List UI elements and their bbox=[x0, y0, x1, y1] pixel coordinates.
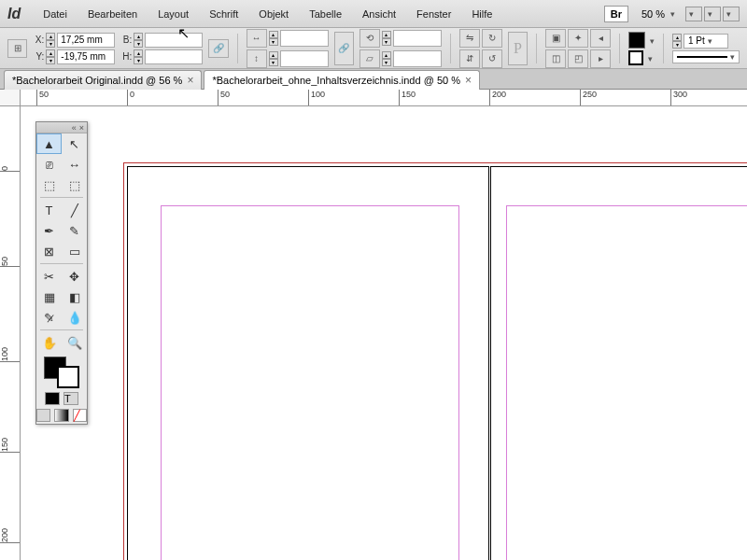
tool-content-placer[interactable]: ⬚ bbox=[62, 175, 87, 195]
tool-gap[interactable]: ↔ bbox=[62, 154, 87, 175]
tool-direct-selection[interactable]: ↖ bbox=[62, 133, 87, 154]
rotate-field[interactable] bbox=[393, 30, 442, 47]
arrange-documents-icon[interactable] bbox=[723, 7, 740, 21]
h-field[interactable] bbox=[145, 49, 203, 64]
bridge-button[interactable]: Br bbox=[604, 6, 628, 22]
apply-gradient-icon[interactable] bbox=[54, 409, 68, 422]
control-bar: ⊞ X: ▴▾ 17,25 mm Y: ▴▾ -19,75 mm B: ▴▾ H… bbox=[0, 28, 747, 69]
document-tab-2[interactable]: *Bachelorarbeit_ohne_Inhaltsverzeichnis.… bbox=[204, 70, 480, 90]
rotate-spinner[interactable]: ▴▾ bbox=[382, 31, 391, 46]
formatting-text-icon[interactable]: T bbox=[63, 392, 78, 405]
menu-tabelle[interactable]: Tabelle bbox=[300, 5, 351, 23]
stroke-swatch[interactable] bbox=[628, 50, 643, 65]
y-spinner[interactable]: ▴▾ bbox=[46, 49, 55, 64]
flip-h-icon[interactable]: ⇋ bbox=[459, 29, 480, 48]
fill-swatch[interactable] bbox=[628, 32, 645, 49]
shear-field[interactable] bbox=[393, 50, 442, 67]
b-field[interactable] bbox=[145, 33, 203, 48]
canvas-area[interactable] bbox=[21, 106, 747, 560]
fit-content-icon[interactable]: ◫ bbox=[545, 49, 566, 68]
tool-rectangle-frame[interactable]: ⊠ bbox=[36, 241, 62, 261]
stroke-dropdown-icon[interactable] bbox=[645, 52, 653, 63]
tool-gradient-feather[interactable]: ◧ bbox=[62, 287, 87, 307]
tools-panel-header[interactable]: «× bbox=[36, 122, 87, 133]
reference-point-icon[interactable]: ⊞ bbox=[7, 39, 27, 58]
ruler-origin[interactable] bbox=[0, 90, 21, 106]
collapse-icon[interactable]: « bbox=[72, 123, 77, 133]
tool-pen[interactable]: ✒ bbox=[36, 220, 62, 241]
scale-y-spinner[interactable]: ▴▾ bbox=[269, 51, 278, 66]
menu-ansicht[interactable]: Ansicht bbox=[353, 5, 405, 23]
tool-selection[interactable]: ▲ bbox=[36, 133, 62, 154]
close-icon[interactable]: × bbox=[79, 123, 84, 133]
scale-y-field[interactable] bbox=[280, 50, 329, 67]
app-logo: Id bbox=[7, 6, 21, 22]
menu-bearbeiten[interactable]: Bearbeiten bbox=[78, 5, 147, 23]
document-tab-1[interactable]: *Bachelorarbeit Original.indd @ 56 % × bbox=[4, 70, 202, 90]
ruler-tick: 200 bbox=[0, 528, 21, 543]
select-next-icon[interactable]: ▸ bbox=[590, 49, 611, 68]
tool-eyedropper[interactable]: 💧 bbox=[62, 307, 87, 328]
stroke-style-field[interactable] bbox=[672, 50, 740, 63]
menu-schrift[interactable]: Schrift bbox=[200, 5, 247, 23]
select-content-icon[interactable]: ✦ bbox=[568, 29, 588, 48]
normal-view-icon[interactable] bbox=[36, 409, 50, 422]
close-icon[interactable]: × bbox=[187, 74, 193, 87]
tool-rectangle[interactable]: ▭ bbox=[62, 241, 87, 261]
scale-y-icon[interactable]: ↕ bbox=[247, 49, 267, 68]
tools-panel[interactable]: «× ▲↖⎚↔⬚⬚T╱✒✎⊠▭✂✥▦◧✎̷💧✋🔍T╱ bbox=[35, 121, 88, 425]
x-field[interactable]: 17,25 mm bbox=[57, 33, 115, 48]
apply-none-icon[interactable]: ╱ bbox=[73, 409, 87, 422]
fit-frame-icon[interactable]: ◰ bbox=[568, 49, 588, 68]
tool-page[interactable]: ⎚ bbox=[36, 154, 62, 175]
rotate-cw-icon[interactable]: ↻ bbox=[482, 29, 502, 48]
flip-v-icon[interactable]: ⇵ bbox=[459, 49, 480, 68]
tool-free-transform[interactable]: ✥ bbox=[62, 266, 87, 287]
tool-pencil[interactable]: ✎ bbox=[62, 220, 87, 241]
tool-scissors[interactable]: ✂ bbox=[36, 266, 62, 287]
select-prev-icon[interactable]: ◂ bbox=[590, 29, 611, 48]
apply-color-icon[interactable] bbox=[45, 392, 60, 405]
b-spinner[interactable]: ▴▾ bbox=[134, 33, 143, 48]
y-field[interactable]: -19,75 mm bbox=[57, 49, 115, 64]
tool-note[interactable]: ✎̷ bbox=[36, 307, 62, 328]
x-label: X: bbox=[33, 35, 44, 45]
shear-icon[interactable]: ▱ bbox=[359, 49, 380, 68]
menu-datei[interactable]: Datei bbox=[34, 5, 77, 23]
view-options-icon[interactable] bbox=[685, 7, 702, 21]
constrain-proportions-icon[interactable]: 🔗 bbox=[208, 39, 228, 58]
scale-x-field[interactable] bbox=[280, 30, 329, 47]
tool-content-collector[interactable]: ⬚ bbox=[36, 175, 62, 195]
horizontal-ruler[interactable]: 50050100150200250300 bbox=[21, 90, 747, 106]
zoom-level[interactable]: 50 % bbox=[636, 7, 681, 21]
select-container-icon[interactable]: ▣ bbox=[545, 29, 566, 48]
constrain-proportions2-icon[interactable]: 🔗 bbox=[334, 32, 354, 65]
tool-hand[interactable]: ✋ bbox=[36, 332, 62, 353]
tool-gradient-swatch[interactable]: ▦ bbox=[36, 287, 62, 307]
h-spinner[interactable]: ▴▾ bbox=[134, 49, 143, 64]
ruler-tick: 200 bbox=[489, 90, 506, 106]
tool-line[interactable]: ╱ bbox=[62, 200, 87, 220]
fill-dropdown-icon[interactable] bbox=[647, 35, 655, 46]
tool-zoom[interactable]: 🔍 bbox=[62, 332, 87, 353]
vertical-ruler[interactable]: 050100150200 bbox=[0, 106, 21, 560]
menu-hilfe[interactable]: Hilfe bbox=[462, 5, 501, 23]
rotate-icon[interactable]: ⟲ bbox=[359, 29, 380, 48]
menu-layout[interactable]: Layout bbox=[148, 5, 198, 23]
scale-x-icon[interactable]: ↔ bbox=[247, 29, 267, 48]
p-icon[interactable]: P bbox=[508, 32, 528, 65]
ruler-tick: 50 bbox=[36, 90, 49, 106]
rotate-ccw-icon[interactable]: ↺ bbox=[482, 49, 502, 68]
tool-type[interactable]: T bbox=[36, 200, 62, 220]
scale-x-spinner[interactable]: ▴▾ bbox=[269, 31, 278, 46]
shear-spinner[interactable]: ▴▾ bbox=[382, 51, 391, 66]
menu-objekt[interactable]: Objekt bbox=[249, 5, 298, 23]
close-icon[interactable]: × bbox=[465, 74, 472, 87]
stroke-color-box[interactable] bbox=[57, 366, 79, 388]
x-spinner[interactable]: ▴▾ bbox=[46, 33, 55, 48]
menu-fenster[interactable]: Fenster bbox=[407, 5, 460, 23]
ruler-tick: 150 bbox=[399, 90, 416, 106]
screen-mode-icon[interactable] bbox=[704, 7, 721, 21]
stroke-weight-field[interactable]: 1 Pt bbox=[684, 34, 728, 49]
stroke-weight-spinner[interactable]: ▴▾ bbox=[672, 34, 682, 49]
